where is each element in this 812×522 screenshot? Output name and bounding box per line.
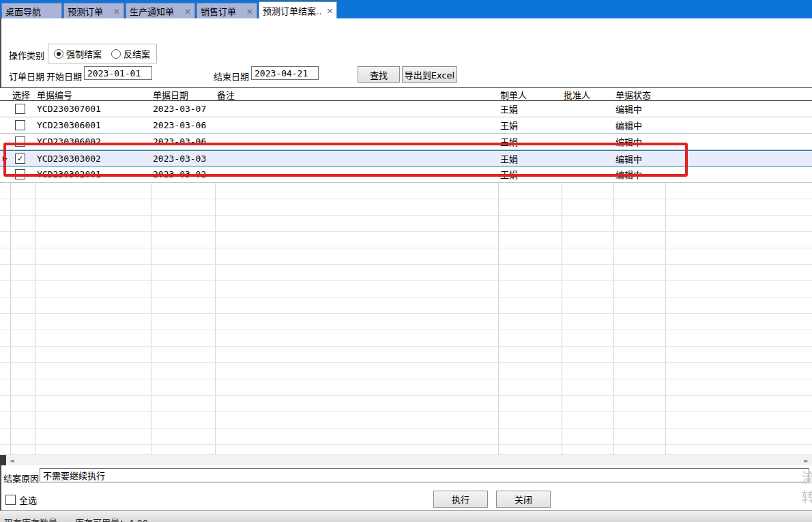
end-date-input[interactable] (251, 66, 319, 80)
tab-forecast-order[interactable]: 预测订单 × (63, 3, 124, 18)
tab-label: 预测订单 (68, 5, 103, 18)
note-cell (216, 134, 499, 149)
table-row-selected[interactable]: ▶ ✓ YCD230303002 2023-03-03 王娟 编辑中 (0, 150, 812, 166)
col-header-select[interactable]: 选择 (11, 88, 35, 100)
doc-number-cell: YCD230306002 (35, 134, 151, 149)
doc-date-cell: 2023-03-06 (151, 134, 216, 149)
approver-cell (562, 134, 614, 149)
col-header-approver[interactable]: 批准人 (562, 88, 614, 100)
row-checkbox[interactable] (15, 136, 25, 147)
col-header-doc-number[interactable]: 单据编号 (35, 88, 151, 100)
start-date-input[interactable] (84, 66, 152, 80)
row-header-corner (0, 88, 11, 100)
select-cell: ✓ (11, 151, 35, 166)
row-marker-cell: ▶ (0, 151, 11, 166)
col-header-doc-date[interactable]: 单据日期 (151, 88, 216, 100)
doc-number-cell: YCD230302001 (35, 166, 151, 182)
approver-cell (562, 101, 614, 117)
creator-cell: 王娟 (499, 101, 562, 117)
scroll-left-icon[interactable]: ◄ (6, 455, 17, 465)
execute-button[interactable]: 执行 (433, 491, 488, 508)
table-row[interactable]: YCD230306002 2023-03-06 王娟 编辑中 (0, 134, 812, 150)
status-cell: 编辑中 (614, 151, 666, 166)
scrollbar-thumb[interactable] (0, 455, 6, 465)
radio-reverse-close[interactable]: 反结案 (111, 47, 150, 60)
row-marker-cell (0, 101, 11, 117)
tab-label: 销售订单 (201, 5, 236, 18)
tab-bar: 桌面导航 预测订单 × 生产通知单 × 销售订单 × 预测订单结案.. × (0, 0, 812, 18)
close-icon[interactable]: × (325, 6, 334, 15)
tab-forecast-order-closing[interactable]: 预测订单结案.. × (259, 1, 337, 18)
close-icon[interactable]: × (184, 7, 192, 16)
checkbox-icon (5, 495, 16, 505)
horizontal-scrollbar[interactable]: ◄ ► (0, 454, 812, 465)
row-checkbox[interactable] (15, 120, 25, 130)
export-excel-button[interactable]: 导出到Excel (402, 66, 457, 83)
radio-icon (54, 49, 63, 59)
row-marker-cell (0, 166, 11, 182)
select-all-checkbox[interactable]: 全选 (5, 493, 37, 506)
close-icon[interactable]: × (113, 7, 121, 16)
scroll-right-icon[interactable]: ► (801, 455, 812, 465)
find-button[interactable]: 查找 (358, 66, 400, 83)
doc-date-cell: 2023-03-02 (151, 166, 216, 182)
doc-date-cell: 2023-03-07 (151, 101, 216, 117)
radio-force-close[interactable]: 强制结案 (54, 47, 102, 60)
creator-cell: 王娟 (499, 151, 562, 166)
table-row[interactable]: YCD230302001 2023-03-02 王娟 编辑中 (0, 166, 812, 183)
col-header-note[interactable]: 备注 (216, 88, 499, 100)
approver-cell (562, 151, 614, 166)
select-cell (11, 166, 35, 182)
col-header-status[interactable]: 单据状态 (614, 88, 666, 100)
approver-cell (562, 117, 614, 133)
end-date-label: 结束日期 (214, 70, 249, 83)
side-watermark-text: 流转 (800, 471, 812, 513)
radio-icon (111, 49, 121, 59)
creator-cell: 王娟 (499, 134, 562, 149)
select-cell (11, 134, 35, 149)
grid-header-row: 选择 单据编号 单据日期 备注 制单人 批准人 单据状态 (0, 88, 812, 101)
tab-desktop-nav[interactable]: 桌面导航 (1, 3, 62, 18)
status-cell: 编辑中 (614, 117, 666, 133)
start-date-label: 开始日期 (46, 70, 82, 83)
tab-production-notice[interactable]: 生产通知单 × (126, 3, 195, 18)
select-cell (11, 117, 35, 133)
tab-label: 预测订单结案.. (263, 4, 321, 17)
row-marker-cell (0, 134, 11, 149)
close-button[interactable]: 关闭 (496, 491, 551, 508)
order-date-label: 订单日期 (9, 70, 44, 83)
tab-sales-order[interactable]: 销售订单 × (197, 3, 257, 18)
operation-type-label: 操作类别 (9, 48, 44, 61)
col-header-filler (666, 88, 812, 100)
status-cell: 编辑中 (614, 166, 666, 182)
doc-date-cell: 2023-03-06 (151, 117, 216, 133)
radio-force-close-label: 强制结案 (66, 47, 102, 60)
status-cell: 编辑中 (614, 134, 666, 149)
creator-cell: 王娟 (499, 166, 562, 182)
closing-reason-input[interactable] (40, 468, 809, 482)
row-checkbox[interactable] (15, 169, 25, 179)
app-window: 桌面导航 预测订单 × 生产通知单 × 销售订单 × 预测订单结案.. × 操作… (0, 0, 812, 522)
row-checkbox[interactable] (15, 104, 25, 114)
doc-number-cell: YCD230306001 (35, 117, 151, 133)
close-icon[interactable]: × (246, 7, 254, 16)
col-header-creator[interactable]: 制单人 (499, 88, 562, 100)
status-bar: 现有库存数量 库存可用量：4.00 (0, 510, 812, 522)
status-cell: 编辑中 (614, 101, 666, 117)
radio-reverse-close-label: 反结案 (124, 47, 150, 60)
doc-number-cell: YCD230307001 (35, 101, 151, 117)
table-row[interactable]: YCD230306001 2023-03-06 王娟 编辑中 (0, 117, 812, 134)
operation-type-groupbox: 强制结案 反结案 (48, 44, 157, 63)
approver-cell (562, 166, 614, 182)
note-cell (216, 151, 499, 166)
current-row-arrow-icon: ▶ (3, 156, 8, 162)
table-row[interactable]: YCD230307001 2023-03-07 王娟 编辑中 (0, 101, 812, 117)
tab-label: 桌面导航 (5, 5, 41, 18)
note-cell (216, 101, 499, 117)
doc-number-cell: YCD230303002 (35, 151, 151, 166)
creator-cell: 王娟 (499, 117, 562, 133)
select-all-label: 全选 (19, 493, 37, 506)
row-checkbox[interactable]: ✓ (15, 154, 25, 164)
documents-grid: 选择 单据编号 单据日期 备注 制单人 批准人 单据状态 YCD23030700… (0, 87, 812, 455)
row-marker-cell (0, 117, 11, 133)
